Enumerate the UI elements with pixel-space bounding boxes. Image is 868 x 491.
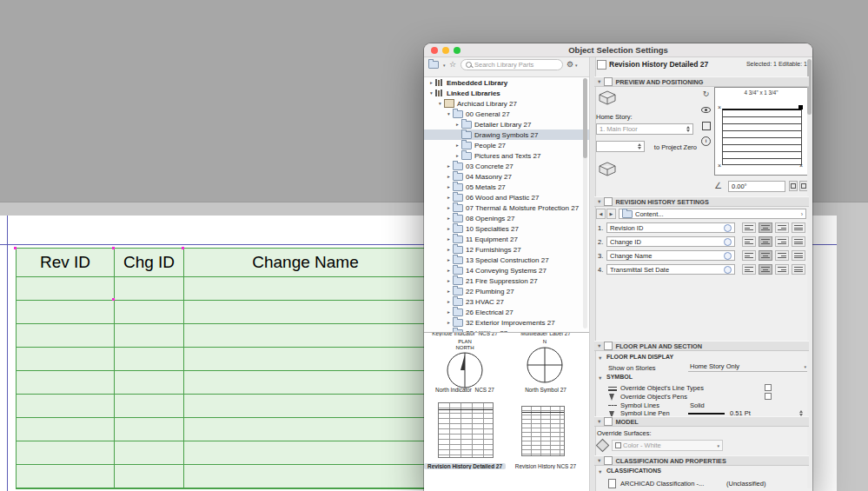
- selection-handle[interactable]: [798, 105, 803, 109]
- section-preview-positioning[interactable]: ▼ PREVIEW AND POSITIONING: [594, 76, 809, 87]
- hotspot-dot[interactable]: [112, 298, 115, 301]
- section-collapse-icon[interactable]: ▼: [597, 343, 601, 348]
- hotspot-dot[interactable]: [14, 247, 17, 249]
- section-model[interactable]: ▼ MODEL: [594, 416, 809, 427]
- tree-item[interactable]: ▸22 Plumbing 27: [424, 286, 589, 296]
- chevron-down-icon[interactable]: ▾: [427, 90, 435, 96]
- section-collapse-icon[interactable]: ▼: [597, 458, 601, 463]
- align-justify-button[interactable]: [792, 250, 805, 261]
- revision-field-select[interactable]: Revision ID: [606, 222, 735, 233]
- surface-override-checkbox[interactable]: [615, 442, 621, 448]
- breadcrumb-forward-button[interactable]: ▶: [606, 209, 616, 219]
- surface-override-select[interactable]: Color - White ▾: [612, 440, 723, 451]
- align-left-button[interactable]: [742, 250, 756, 261]
- align-right-button[interactable]: [775, 264, 789, 275]
- chevron-right-icon[interactable]: ▸: [427, 80, 435, 85]
- preview-revision-ncs-thumb[interactable]: [521, 406, 565, 456]
- chevron-right-icon[interactable]: ▸: [445, 226, 453, 231]
- search-input[interactable]: [474, 61, 558, 69]
- tree-item[interactable]: ▸26 Electrical 27: [424, 307, 589, 317]
- chevron-right-icon[interactable]: ▸: [445, 268, 453, 273]
- tree-item[interactable]: ▸10 Specialties 27: [424, 223, 589, 234]
- elevation-input[interactable]: [596, 141, 645, 152]
- revision-history-table[interactable]: Rev IDChg IDChange Name: [16, 248, 427, 489]
- classification-value[interactable]: (Unclassified): [726, 480, 765, 488]
- chevron-right-icon[interactable]: ▸: [445, 184, 453, 189]
- chevron-right-icon[interactable]: ▸: [445, 320, 453, 325]
- chevron-right-icon[interactable]: ▸: [445, 247, 453, 252]
- minimize-button[interactable]: [442, 47, 449, 54]
- tree-item[interactable]: Drawing Symbols 27: [424, 129, 589, 140]
- revision-field-select[interactable]: Transmittal Set Date: [606, 264, 735, 275]
- stepper-icon[interactable]: [799, 410, 803, 416]
- rotation-angle-input[interactable]: 0.00°: [728, 181, 785, 192]
- tree-scrollbar[interactable]: [583, 78, 587, 328]
- align-center-button[interactable]: [759, 236, 772, 247]
- hotspot-dot[interactable]: [182, 247, 184, 249]
- preview-north-indicator[interactable]: PLAN NORTH: [436, 339, 494, 389]
- tree-item[interactable]: ▸03 Concrete 27: [424, 161, 589, 171]
- align-justify-button[interactable]: [792, 236, 805, 247]
- chevron-right-icon[interactable]: ▸: [445, 309, 453, 315]
- breadcrumb-back-button[interactable]: ◀: [596, 209, 606, 219]
- breadcrumb-bar[interactable]: Content... ›: [619, 209, 806, 219]
- align-justify-button[interactable]: [792, 264, 805, 275]
- subsection-collapse-icon[interactable]: ▼: [598, 355, 602, 361]
- home-story-select[interactable]: 1. Main Floor: [596, 123, 693, 135]
- search-field[interactable]: [461, 59, 563, 70]
- chevron-right-icon[interactable]: ▸: [445, 299, 453, 304]
- preview-north-symbol[interactable]: N: [516, 339, 573, 384]
- align-justify-button[interactable]: [792, 222, 805, 233]
- preview-item-label[interactable]: Revision History NCS 27: [507, 463, 584, 469]
- symbol-lines-value[interactable]: Solid: [690, 401, 705, 409]
- tree-item[interactable]: ▾Linked Libraries: [424, 88, 589, 98]
- tree-item[interactable]: ▸08 Openings 27: [424, 213, 589, 223]
- revision-field-select[interactable]: Change Name: [606, 250, 735, 261]
- subsection-collapse-icon[interactable]: ▼: [598, 469, 602, 474]
- chevron-right-icon[interactable]: ▸: [445, 289, 453, 294]
- chevron-right-icon[interactable]: ▸: [445, 205, 453, 210]
- chevron-right-icon[interactable]: ▸: [445, 174, 453, 179]
- tree-item[interactable]: ▸07 Thermal & Moisture Protection 27: [424, 202, 589, 213]
- scrollbar-thumb[interactable]: [807, 59, 812, 115]
- rotate-view-button[interactable]: ↻: [700, 89, 712, 100]
- axonometry-icon[interactable]: [596, 160, 619, 177]
- close-button[interactable]: [431, 47, 438, 54]
- chevron-right-icon[interactable]: ▸: [445, 163, 453, 169]
- section-collapse-icon[interactable]: ▼: [597, 199, 601, 204]
- align-center-button[interactable]: [759, 250, 772, 261]
- axonometry-icon[interactable]: [596, 89, 619, 106]
- library-settings-button[interactable]: ⚙ ▾: [565, 59, 580, 70]
- favorites-button[interactable]: ☆: [447, 59, 458, 70]
- tree-item[interactable]: ▸05 Metals 27: [424, 182, 589, 192]
- preview-item-label-selected[interactable]: Revision History Detailed 27: [424, 463, 506, 469]
- fit-preview-button[interactable]: [700, 120, 712, 131]
- override-pens-checkbox[interactable]: [765, 393, 772, 400]
- align-center-button[interactable]: [759, 264, 772, 275]
- align-right-button[interactable]: [775, 236, 789, 247]
- zoom-button[interactable]: [454, 47, 461, 54]
- tree-item[interactable]: ▾00 General 27: [424, 109, 589, 119]
- info-button[interactable]: i: [700, 136, 712, 147]
- chevron-right-icon[interactable]: ▸: [454, 143, 461, 148]
- rotation-option-button[interactable]: [789, 181, 798, 191]
- align-left-button[interactable]: [742, 222, 756, 233]
- chevron-right-icon[interactable]: ▸: [454, 122, 461, 127]
- align-right-button[interactable]: [775, 250, 789, 261]
- tree-item[interactable]: ▸23 HVAC 27: [424, 296, 589, 307]
- tree-item[interactable]: ▾Archicad Library 27: [424, 98, 589, 109]
- override-line-types-checkbox[interactable]: [765, 384, 772, 391]
- tree-item[interactable]: ▸Pictures and Texts 27: [424, 150, 589, 161]
- show-on-stories-select[interactable]: Home Story Only ▾: [688, 362, 808, 372]
- subsection-collapse-icon[interactable]: ▼: [598, 375, 602, 381]
- align-center-button[interactable]: [759, 222, 772, 233]
- tree-item[interactable]: ▸12 Furnishings 27: [424, 244, 589, 255]
- chevron-right-icon[interactable]: ▸: [445, 195, 453, 200]
- align-left-button[interactable]: [742, 264, 756, 275]
- dialog-titlebar[interactable]: Object Selection Settings: [424, 43, 812, 57]
- tree-item[interactable]: ▸14 Conveying Systems 27: [424, 265, 589, 275]
- section-collapse-icon[interactable]: ▼: [597, 79, 601, 84]
- tree-item[interactable]: ▸Detailer Library 27: [424, 119, 589, 129]
- chevron-down-icon[interactable]: ▾: [436, 101, 444, 106]
- library-view-button[interactable]: ▾: [427, 59, 447, 70]
